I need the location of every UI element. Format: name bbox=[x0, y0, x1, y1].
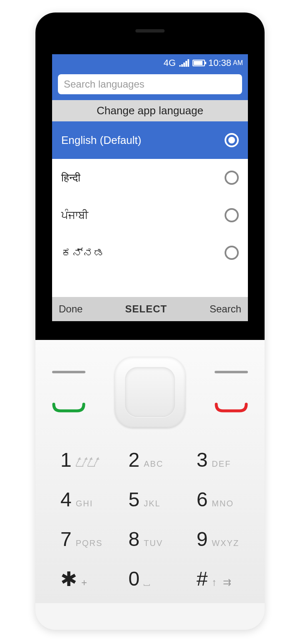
softkey-right[interactable]: Search bbox=[210, 303, 241, 315]
key-9[interactable]: 9WXYZ bbox=[188, 528, 248, 551]
key-1[interactable]: 1⌰⌰ bbox=[52, 448, 112, 471]
clock-ampm: AM bbox=[233, 59, 243, 67]
key-digit: 0 bbox=[128, 567, 140, 590]
search-bar-container bbox=[52, 72, 248, 100]
key-0[interactable]: 0⎵ bbox=[120, 567, 180, 591]
key-5[interactable]: 5JKL bbox=[120, 488, 180, 511]
key-digit: 3 bbox=[197, 448, 208, 471]
right-soft-button[interactable] bbox=[215, 371, 248, 373]
radio-icon bbox=[225, 208, 239, 222]
key-3[interactable]: 3DEF bbox=[188, 448, 248, 471]
end-call-button[interactable] bbox=[215, 402, 248, 413]
clock-time: 10:38 bbox=[208, 58, 231, 68]
key-✱[interactable]: ✱+ bbox=[52, 567, 112, 591]
key-sublabel: GHI bbox=[76, 499, 93, 508]
nav-cluster bbox=[48, 357, 252, 440]
language-item[interactable]: हिन्दी bbox=[52, 159, 248, 196]
numeric-keypad: 1⌰⌰2ABC3DEF4GHI5JKL6MNO7PQRS8TUV9WXYZ✱+0… bbox=[48, 440, 252, 591]
softkey-center[interactable]: SELECT bbox=[125, 303, 167, 315]
key-digit: 7 bbox=[60, 528, 72, 551]
search-input[interactable] bbox=[58, 74, 242, 94]
battery-icon bbox=[192, 60, 205, 66]
key-sublabel: ↑ ⇉ bbox=[212, 576, 233, 588]
key-digit: ✱ bbox=[60, 567, 77, 591]
key-sublabel: ⎵ bbox=[144, 576, 151, 588]
key-sublabel: + bbox=[81, 577, 89, 589]
call-button[interactable] bbox=[52, 402, 85, 413]
key-digit: # bbox=[197, 567, 208, 590]
screen-bezel: 4G 10:38 AM Change app language English … bbox=[35, 54, 265, 340]
key-sublabel: ⌰⌰ bbox=[76, 456, 99, 470]
key-sublabel: PQRS bbox=[76, 538, 103, 548]
left-soft-button[interactable] bbox=[52, 371, 85, 373]
language-item[interactable]: English (Default) bbox=[52, 121, 248, 159]
radio-icon bbox=[225, 246, 239, 260]
softkey-bar: Done SELECT Search bbox=[52, 297, 248, 321]
key-digit: 6 bbox=[197, 488, 208, 511]
key-digit: 5 bbox=[128, 488, 140, 511]
key-sublabel: DEF bbox=[212, 459, 231, 469]
dpad[interactable] bbox=[115, 357, 185, 428]
language-label: ಕನ್ನಡ bbox=[61, 247, 105, 259]
phone-bezel-top bbox=[35, 13, 265, 54]
key-digit: 8 bbox=[128, 528, 140, 551]
key-2[interactable]: 2ABC bbox=[120, 448, 180, 471]
key-digit: 4 bbox=[60, 488, 72, 511]
phone-frame: 4G 10:38 AM Change app language English … bbox=[35, 13, 265, 630]
key-#[interactable]: #↑ ⇉ bbox=[188, 567, 248, 591]
screen: 4G 10:38 AM Change app language English … bbox=[52, 54, 248, 321]
speaker-grille bbox=[135, 29, 165, 33]
key-digit: 9 bbox=[197, 528, 208, 551]
key-sublabel: WXYZ bbox=[212, 538, 239, 548]
key-6[interactable]: 6MNO bbox=[188, 488, 248, 511]
softkey-left[interactable]: Done bbox=[59, 303, 82, 315]
language-label: ਪੰਜਾਬੀ bbox=[61, 209, 88, 222]
key-sublabel: JKL bbox=[144, 499, 160, 508]
section-header: Change app language bbox=[52, 100, 248, 121]
signal-icon bbox=[179, 59, 189, 67]
key-digit: 2 bbox=[128, 448, 140, 471]
hardware-controls: 1⌰⌰2ABC3DEF4GHI5JKL6MNO7PQRS8TUV9WXYZ✱+0… bbox=[35, 340, 265, 603]
radio-icon bbox=[225, 171, 239, 185]
network-label: 4G bbox=[164, 58, 176, 68]
status-bar: 4G 10:38 AM bbox=[52, 54, 248, 72]
language-list: English (Default)हिन्दीਪੰਜਾਬੀಕನ್ನಡ bbox=[52, 121, 248, 297]
key-sublabel: MNO bbox=[212, 499, 234, 508]
language-label: English (Default) bbox=[61, 134, 141, 147]
language-item[interactable]: ಕನ್ನಡ bbox=[52, 234, 248, 272]
key-sublabel: TUV bbox=[144, 538, 163, 548]
radio-icon bbox=[225, 133, 239, 147]
language-item[interactable]: ਪੰਜਾਬੀ bbox=[52, 196, 248, 234]
dpad-center-button[interactable] bbox=[125, 367, 175, 417]
key-4[interactable]: 4GHI bbox=[52, 488, 112, 511]
key-digit: 1 bbox=[60, 448, 72, 471]
key-8[interactable]: 8TUV bbox=[120, 528, 180, 551]
key-7[interactable]: 7PQRS bbox=[52, 528, 112, 551]
key-sublabel: ABC bbox=[144, 459, 163, 469]
language-label: हिन्दी bbox=[61, 171, 80, 184]
